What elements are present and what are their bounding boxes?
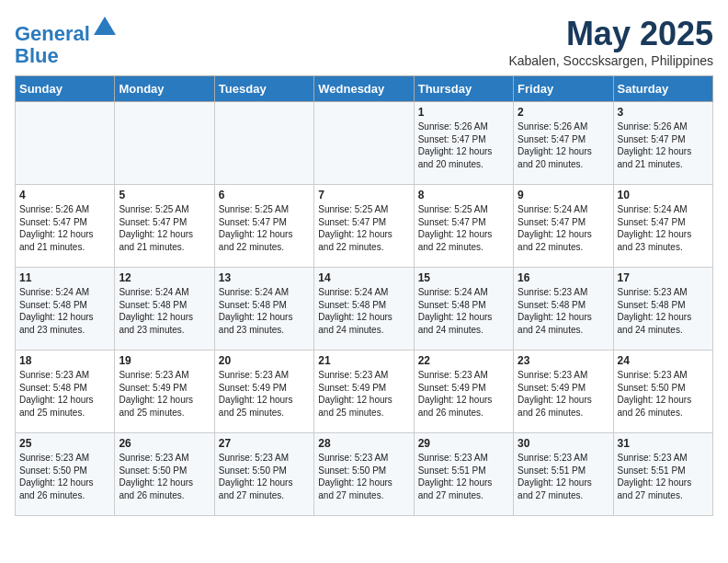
svg-marker-0 [94,17,116,35]
day-number: 26 [119,437,210,450]
calendar-cell: 18Sunrise: 5:23 AM Sunset: 5:48 PM Dayli… [16,350,115,433]
calendar-cell: 9Sunrise: 5:24 AM Sunset: 5:47 PM Daylig… [514,185,613,268]
day-number: 24 [618,354,709,367]
calendar-cell: 4Sunrise: 5:26 AM Sunset: 5:47 PM Daylig… [16,185,115,268]
calendar-cell: 11Sunrise: 5:24 AM Sunset: 5:48 PM Dayli… [16,268,115,350]
cell-content: Sunrise: 5:25 AM Sunset: 5:47 PM Dayligh… [119,203,210,253]
day-number: 21 [318,354,409,367]
calendar-cell: 23Sunrise: 5:23 AM Sunset: 5:49 PM Dayli… [514,350,613,433]
day-number: 2 [518,106,609,119]
logo-text: General Blue [15,15,118,67]
calendar-cell [16,102,115,185]
week-row-4: 18Sunrise: 5:23 AM Sunset: 5:48 PM Dayli… [16,350,713,433]
day-number: 3 [618,106,709,119]
subtitle: Kabalen, Soccsksargen, Philippines [508,53,713,68]
cell-content: Sunrise: 5:23 AM Sunset: 5:48 PM Dayligh… [618,286,709,336]
day-number: 27 [219,437,310,450]
day-number: 7 [318,189,409,201]
day-number: 20 [219,354,310,367]
cell-content: Sunrise: 5:23 AM Sunset: 5:48 PM Dayligh… [518,286,609,336]
cell-content: Sunrise: 5:24 AM Sunset: 5:47 PM Dayligh… [518,203,609,253]
calendar-cell: 21Sunrise: 5:23 AM Sunset: 5:49 PM Dayli… [314,350,414,433]
calendar-cell: 29Sunrise: 5:23 AM Sunset: 5:51 PM Dayli… [414,433,513,516]
title-area: May 2025 Kabalen, Soccsksargen, Philippi… [508,15,713,68]
weekday-header-thursday: Thursday [414,76,513,102]
logo-blue: Blue [15,44,59,67]
day-number: 15 [418,271,509,284]
calendar-cell: 3Sunrise: 5:26 AM Sunset: 5:47 PM Daylig… [613,102,712,185]
cell-content: Sunrise: 5:23 AM Sunset: 5:49 PM Dayligh… [119,369,210,419]
calendar-cell: 5Sunrise: 5:25 AM Sunset: 5:47 PM Daylig… [115,185,214,268]
day-number: 12 [119,271,210,284]
calendar-cell: 28Sunrise: 5:23 AM Sunset: 5:50 PM Dayli… [314,433,414,516]
calendar-cell: 13Sunrise: 5:24 AM Sunset: 5:48 PM Dayli… [214,268,313,350]
cell-content: Sunrise: 5:26 AM Sunset: 5:47 PM Dayligh… [518,121,609,170]
cell-content: Sunrise: 5:24 AM Sunset: 5:48 PM Dayligh… [418,286,509,336]
calendar-cell: 30Sunrise: 5:23 AM Sunset: 5:51 PM Dayli… [514,433,613,516]
cell-content: Sunrise: 5:26 AM Sunset: 5:47 PM Dayligh… [418,121,509,170]
cell-content: Sunrise: 5:23 AM Sunset: 5:50 PM Dayligh… [618,369,709,419]
cell-content: Sunrise: 5:23 AM Sunset: 5:50 PM Dayligh… [19,452,110,501]
weekday-header-row: SundayMondayTuesdayWednesdayThursdayFrid… [16,76,713,102]
calendar-cell: 14Sunrise: 5:24 AM Sunset: 5:48 PM Dayli… [314,268,414,350]
cell-content: Sunrise: 5:23 AM Sunset: 5:48 PM Dayligh… [19,369,110,419]
cell-content: Sunrise: 5:24 AM Sunset: 5:48 PM Dayligh… [19,286,110,336]
cell-content: Sunrise: 5:23 AM Sunset: 5:49 PM Dayligh… [518,369,609,419]
calendar-cell: 16Sunrise: 5:23 AM Sunset: 5:48 PM Dayli… [514,268,613,350]
calendar-cell: 10Sunrise: 5:24 AM Sunset: 5:47 PM Dayli… [613,185,712,268]
day-number: 22 [418,354,509,367]
calendar-cell: 2Sunrise: 5:26 AM Sunset: 5:47 PM Daylig… [514,102,613,185]
main-title: May 2025 [508,15,713,53]
weekday-header-monday: Monday [115,76,214,102]
logo-general: General [15,22,90,45]
day-number: 11 [19,271,110,284]
day-number: 18 [19,354,110,367]
calendar-cell: 19Sunrise: 5:23 AM Sunset: 5:49 PM Dayli… [115,350,214,433]
cell-content: Sunrise: 5:24 AM Sunset: 5:47 PM Dayligh… [618,203,709,253]
weekday-header-sunday: Sunday [16,76,115,102]
calendar-cell: 22Sunrise: 5:23 AM Sunset: 5:49 PM Dayli… [414,350,513,433]
day-number: 9 [518,189,609,201]
day-number: 8 [418,189,509,201]
weekday-header-saturday: Saturday [613,76,712,102]
day-number: 17 [618,271,709,284]
day-number: 28 [318,437,409,450]
day-number: 13 [219,271,310,284]
day-number: 31 [618,437,709,450]
calendar-cell: 20Sunrise: 5:23 AM Sunset: 5:49 PM Dayli… [214,350,313,433]
calendar-cell: 25Sunrise: 5:23 AM Sunset: 5:50 PM Dayli… [16,433,115,516]
week-row-5: 25Sunrise: 5:23 AM Sunset: 5:50 PM Dayli… [16,433,713,516]
calendar-cell [314,102,414,185]
cell-content: Sunrise: 5:23 AM Sunset: 5:49 PM Dayligh… [418,369,509,419]
cell-content: Sunrise: 5:24 AM Sunset: 5:48 PM Dayligh… [219,286,310,336]
calendar-cell: 8Sunrise: 5:25 AM Sunset: 5:47 PM Daylig… [414,185,513,268]
calendar-cell [115,102,214,185]
calendar-cell: 1Sunrise: 5:26 AM Sunset: 5:47 PM Daylig… [414,102,513,185]
day-number: 1 [418,106,509,119]
cell-content: Sunrise: 5:23 AM Sunset: 5:50 PM Dayligh… [318,452,409,501]
cell-content: Sunrise: 5:23 AM Sunset: 5:50 PM Dayligh… [219,452,310,501]
cell-content: Sunrise: 5:23 AM Sunset: 5:49 PM Dayligh… [318,369,409,419]
cell-content: Sunrise: 5:26 AM Sunset: 5:47 PM Dayligh… [19,203,110,253]
cell-content: Sunrise: 5:25 AM Sunset: 5:47 PM Dayligh… [219,203,310,253]
day-number: 6 [219,189,310,201]
day-number: 25 [19,437,110,450]
cell-content: Sunrise: 5:23 AM Sunset: 5:51 PM Dayligh… [418,452,509,501]
day-number: 23 [518,354,609,367]
calendar-table: SundayMondayTuesdayWednesdayThursdayFrid… [15,75,713,516]
cell-content: Sunrise: 5:25 AM Sunset: 5:47 PM Dayligh… [318,203,409,253]
weekday-header-friday: Friday [514,76,613,102]
calendar-cell: 24Sunrise: 5:23 AM Sunset: 5:50 PM Dayli… [613,350,712,433]
day-number: 29 [418,437,509,450]
day-number: 30 [518,437,609,450]
calendar-cell: 15Sunrise: 5:24 AM Sunset: 5:48 PM Dayli… [414,268,513,350]
cell-content: Sunrise: 5:24 AM Sunset: 5:48 PM Dayligh… [119,286,210,336]
calendar-cell [214,102,313,185]
cell-content: Sunrise: 5:25 AM Sunset: 5:47 PM Dayligh… [418,203,509,253]
calendar-cell: 17Sunrise: 5:23 AM Sunset: 5:48 PM Dayli… [613,268,712,350]
cell-content: Sunrise: 5:26 AM Sunset: 5:47 PM Dayligh… [618,121,709,170]
calendar-cell: 31Sunrise: 5:23 AM Sunset: 5:51 PM Dayli… [613,433,712,516]
weekday-header-wednesday: Wednesday [314,76,414,102]
day-number: 19 [119,354,210,367]
day-number: 4 [19,189,110,201]
